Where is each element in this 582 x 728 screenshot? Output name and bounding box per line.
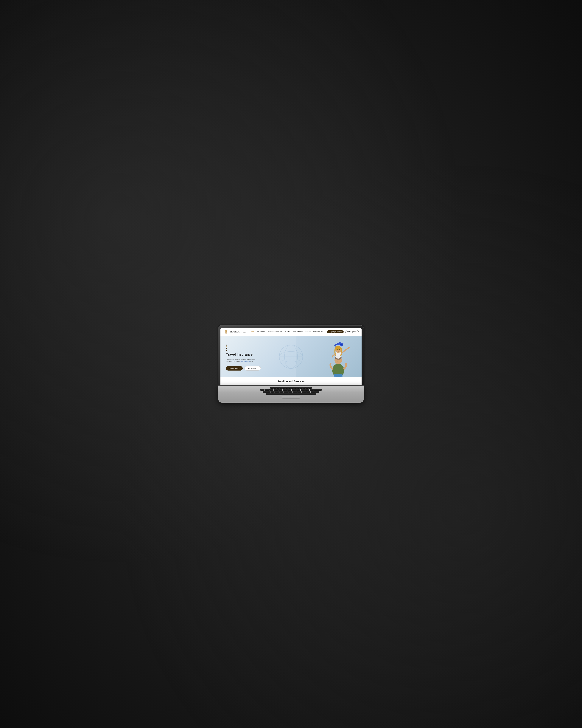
- svg-point-2: [225, 330, 227, 331]
- key: [284, 391, 288, 393]
- nav-claims[interactable]: CLAIMS: [285, 331, 290, 333]
- hero-buttons: LEARN MORE GET A QUOTE: [226, 366, 292, 370]
- key: [287, 389, 292, 391]
- logo[interactable]: SEGURO INSURANCE PLUS ASSETS: [223, 329, 246, 335]
- svg-point-15: [339, 360, 340, 360]
- key: [275, 391, 279, 393]
- hero-link[interactable]: travel investment: [240, 361, 250, 362]
- nav-contact[interactable]: CONTACT US: [313, 331, 323, 333]
- nav-solutions[interactable]: SOLUTIONS: [257, 331, 265, 333]
- key: [283, 389, 287, 391]
- laptop-hinge: [218, 385, 364, 386]
- dot-1[interactable]: [226, 344, 227, 345]
- website-content: SEGURO INSURANCE PLUS ASSETS HOME SOLUTI…: [220, 328, 362, 385]
- navigation: SEGURO INSURANCE PLUS ASSETS HOME SOLUTI…: [220, 328, 362, 336]
- nav-blogs[interactable]: BLOGS: [306, 331, 311, 333]
- hero-dots: [226, 344, 292, 351]
- key: [274, 389, 278, 391]
- phone-button[interactable]: 📞 (+971) 04 509 5900: [327, 330, 344, 333]
- key: [294, 387, 297, 389]
- laptop-screen-bezel: SEGURO INSURANCE PLUS ASSETS HOME SOLUTI…: [218, 326, 364, 385]
- phone-icon: 📞: [329, 331, 330, 333]
- solutions-teaser: Solution and Services: [220, 377, 362, 385]
- key: [279, 387, 282, 389]
- key: [303, 387, 306, 389]
- nav-home[interactable]: HOME: [250, 331, 254, 333]
- phone-number: (+971) 04 509 5900: [331, 331, 342, 333]
- svg-point-21: [337, 349, 337, 350]
- svg-point-14: [337, 360, 337, 360]
- laptop: SEGURO INSURANCE PLUS ASSETS HOME SOLUTI…: [218, 326, 364, 402]
- key: [265, 389, 269, 391]
- key: [310, 389, 314, 391]
- key: [311, 391, 315, 393]
- dot-2[interactable]: [226, 346, 227, 347]
- logo-name: SEGURO: [230, 330, 246, 332]
- key: [297, 391, 301, 393]
- svg-rect-17: [338, 374, 342, 377]
- key: [296, 389, 300, 391]
- nav-links: HOME SOLUTIONS DISCOVER SEGURO CLAIMS RE…: [250, 331, 323, 333]
- keyboard-base: [218, 386, 364, 402]
- key: [309, 387, 312, 389]
- keyboard-row-numbers: [225, 389, 357, 391]
- key: [271, 391, 275, 393]
- laptop-screen: SEGURO INSURANCE PLUS ASSETS HOME SOLUTI…: [220, 328, 362, 385]
- key: [302, 391, 306, 393]
- key-tab: [262, 391, 270, 393]
- key: [270, 387, 273, 389]
- learn-more-button[interactable]: LEARN MORE: [226, 366, 243, 370]
- hero-description: "Traveling is educational, exhilarating …: [226, 359, 260, 363]
- hero-title: Travel Insurance: [226, 353, 292, 357]
- key: [293, 391, 297, 393]
- solutions-title: Solution and Services: [224, 380, 358, 383]
- hero-right: [296, 336, 362, 377]
- key-shift-r: [310, 393, 316, 395]
- key: [301, 389, 305, 391]
- key: [288, 387, 291, 389]
- nav-discover[interactable]: DISCOVER SEGURO: [268, 331, 282, 333]
- dot-4[interactable]: [226, 350, 227, 351]
- logo-text-area: SEGURO INSURANCE PLUS ASSETS: [230, 330, 246, 333]
- key: [288, 391, 293, 393]
- touchpad[interactable]: [282, 395, 300, 398]
- svg-point-3: [225, 332, 227, 334]
- keyboard-row-qwerty: [225, 391, 357, 393]
- svg-rect-16: [334, 374, 338, 377]
- key: [306, 387, 309, 389]
- key: [273, 387, 276, 389]
- keyboard: [225, 387, 357, 395]
- svg-point-22: [339, 349, 339, 350]
- key: [282, 387, 285, 389]
- key: [315, 391, 320, 393]
- camera-dot: [290, 327, 292, 328]
- key-shift: [266, 393, 272, 395]
- airplane-toy-svg: [332, 341, 345, 348]
- keyboard-row-fn: [225, 387, 357, 389]
- dot-3[interactable]: [226, 348, 227, 349]
- key: [297, 387, 300, 389]
- key: [278, 389, 282, 391]
- key: [292, 389, 296, 391]
- key: [276, 387, 279, 389]
- key: [260, 389, 265, 391]
- key: [285, 387, 288, 389]
- nav-right: 📞 (+971) 04 509 5900 GET A QUOTE: [327, 330, 359, 333]
- key: [305, 389, 309, 391]
- key-space: [272, 393, 310, 395]
- key: [300, 387, 303, 389]
- hero-section: Travel Insurance "Traveling is education…: [220, 336, 362, 377]
- laptop-scene: SEGURO INSURANCE PLUS ASSETS HOME SOLUTI…: [218, 326, 364, 402]
- hero-image: [296, 336, 362, 377]
- logo-icon: [223, 329, 229, 335]
- nav-regulatory[interactable]: REGULATORY: [293, 331, 303, 333]
- logo-subtext: INSURANCE PLUS ASSETS: [230, 332, 246, 333]
- key: [306, 391, 310, 393]
- get-quote-hero-button[interactable]: GET A QUOTE: [245, 366, 261, 370]
- key: [279, 391, 283, 393]
- get-quote-nav-button[interactable]: GET A QUOTE: [345, 330, 359, 333]
- key: [291, 387, 294, 389]
- key-delete: [314, 389, 322, 391]
- hero-left: Travel Insurance "Traveling is education…: [220, 336, 296, 377]
- key: [269, 389, 273, 391]
